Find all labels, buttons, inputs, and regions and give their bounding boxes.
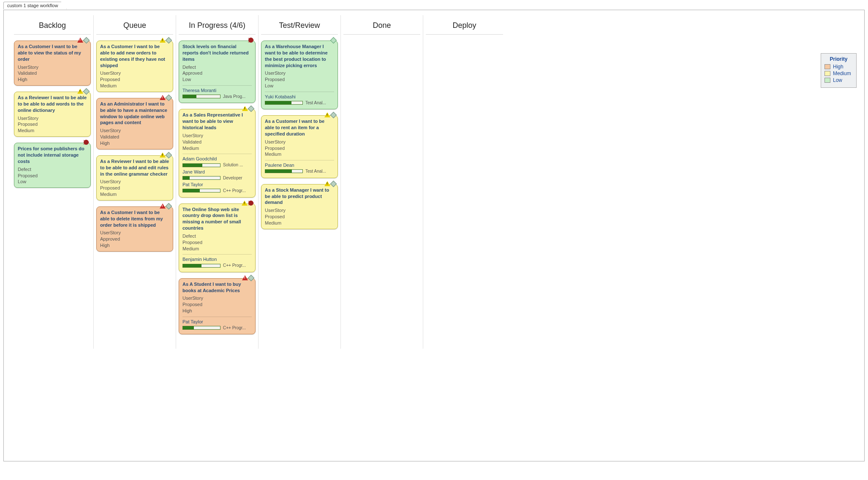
status-diamond-icon	[166, 152, 172, 159]
priority-medium-icon	[324, 112, 330, 117]
assignee-role: Test Anal...	[305, 168, 326, 174]
status-diamond-icon	[83, 37, 90, 44]
card-meta: UserStoryProposedMedium	[265, 139, 334, 158]
card-badges	[160, 203, 171, 209]
kanban-card[interactable]: As a Reviewer I want to be able to be ab…	[96, 155, 173, 201]
assignee-role: Java Prog...	[223, 94, 245, 100]
card-title: As a Reviewer I want to be able to be ab…	[100, 158, 169, 177]
priority-high-icon	[77, 38, 83, 43]
bug-icon	[248, 201, 253, 206]
card-type: Defect	[182, 64, 252, 71]
card-status: Proposed	[265, 145, 334, 152]
card-priority-label: High	[100, 140, 169, 146]
assignee-row: Adam GoodchildSolution ...	[182, 156, 252, 168]
assignee-row: Theresa MorantiJava Prog...	[182, 87, 252, 99]
card-type: Defect	[182, 233, 252, 239]
card-meta: UserStoryValidatedMedium	[182, 133, 252, 152]
assignee-role: C++ Progr...	[223, 325, 246, 331]
assignee-name: Benjamin Hutton	[182, 256, 252, 263]
priority-high-icon	[160, 203, 166, 209]
kanban-column: Done	[341, 15, 423, 349]
card-title: As a Customer I want to be able to rent …	[265, 118, 334, 137]
kanban-card[interactable]: As A Student I want to buy books at Acad…	[179, 278, 256, 335]
kanban-card[interactable]: As a Reviewer I want to be able to be ab…	[14, 92, 91, 137]
workflow-tab-label: custom 1 stage workflow	[7, 3, 61, 8]
card-type: UserStory	[265, 70, 334, 76]
legend-row: High	[824, 64, 853, 70]
priority-medium-icon	[160, 38, 166, 43]
card-priority-label: Medium	[265, 220, 334, 226]
card-badges	[242, 275, 253, 280]
kanban-card[interactable]: As a Sales Representative I want to be a…	[179, 109, 256, 197]
card-meta: UserStoryProposedMedium	[100, 179, 169, 198]
assignee-role: C++ Progr...	[223, 263, 246, 268]
card-status: Approved	[182, 70, 252, 76]
priority-medium-icon	[242, 106, 248, 111]
assignee-name: Pat Taylor	[182, 319, 252, 325]
card-meta: UserStoryProposedMedium	[100, 70, 169, 89]
card-priority-label: Medium	[265, 151, 334, 157]
status-diamond-icon	[248, 106, 255, 112]
card-priority-label: Medium	[18, 127, 87, 134]
priority-medium-icon	[160, 152, 166, 157]
card-meta: DefectProposedLow	[18, 166, 87, 185]
card-badges	[331, 38, 336, 43]
assignee-name: Yuki Kotabashi	[265, 94, 334, 100]
column-header: Test/Review	[261, 15, 338, 35]
card-assignees: Pat TaylorC++ Progr...	[182, 317, 252, 331]
kanban-card[interactable]: As a Stock Manager I want to be able to …	[261, 184, 338, 229]
card-status: Proposed	[18, 121, 87, 127]
card-priority-label: High	[182, 308, 252, 314]
card-title: As a Stock Manager I want to be able to …	[265, 187, 334, 206]
assignee-name: Pat Taylor	[182, 182, 252, 188]
card-assignees: Adam GoodchildSolution ...Jane WardDevel…	[182, 154, 252, 193]
card-priority-label: Medium	[182, 246, 252, 252]
card-priority-label: High	[18, 76, 87, 83]
progress-bar	[182, 264, 220, 268]
kanban-column: Test/ReviewAs a Warehouse Manager I want…	[258, 15, 341, 349]
assignee-role: Developer	[223, 175, 242, 181]
kanban-card[interactable]: As a Customer I want to be able to view …	[14, 41, 91, 86]
card-priority-label: Low	[182, 76, 252, 83]
card-meta: UserStoryProposedMedium	[18, 115, 87, 134]
assignee-row: Jane WardDeveloper	[182, 169, 252, 181]
progress-bar	[265, 169, 303, 173]
assignee-row: Benjamin HuttonC++ Progr...	[182, 256, 252, 268]
priority-medium-icon	[242, 201, 248, 206]
status-diamond-icon	[248, 274, 255, 281]
assignee-row: Pat TaylorC++ Progr...	[182, 319, 252, 331]
kanban-card[interactable]: Stock levels on financial reports don't …	[179, 41, 256, 103]
kanban-card[interactable]: As a Warehouse Manager I want to be able…	[261, 41, 338, 109]
card-type: UserStory	[265, 139, 334, 145]
progress-bar	[182, 95, 220, 98]
card-title: The Online Shop web site country drop do…	[182, 206, 252, 231]
kanban-card[interactable]: As a Customer I want to be able to delet…	[96, 206, 173, 252]
legend-label: High	[833, 64, 844, 70]
card-badges	[324, 112, 336, 117]
legend-label: Low	[833, 77, 842, 83]
status-diamond-icon	[83, 88, 90, 95]
kanban-card[interactable]: As a Customer I want to be able to add n…	[96, 41, 173, 92]
card-type: UserStory	[100, 127, 169, 134]
kanban-card[interactable]: The Online Shop web site country drop do…	[179, 203, 256, 272]
kanban-card[interactable]: As a Customer I want to be able to rent …	[261, 115, 338, 178]
card-status: Proposed	[182, 239, 252, 246]
card-title: As a Customer I want to be able to delet…	[100, 209, 169, 228]
legend-swatch	[824, 64, 830, 69]
kanban-card[interactable]: As an Administrator I want to be able to…	[96, 98, 173, 149]
card-priority-label: Medium	[100, 83, 169, 89]
kanban-card[interactable]: Prices for some publishers do not includ…	[14, 143, 91, 188]
status-diamond-icon	[330, 180, 337, 187]
priority-medium-icon	[77, 89, 83, 94]
kanban-board: BacklogAs a Customer I want to be able t…	[11, 15, 506, 349]
card-badges	[77, 89, 89, 94]
assignee-row: Paulene DeanTest Anal...	[265, 162, 334, 174]
card-type: UserStory	[100, 70, 169, 76]
card-assignees: Theresa MorantiJava Prog...	[182, 85, 252, 99]
assignee-role: Solution ...	[223, 162, 243, 168]
workflow-tab[interactable]: custom 1 stage workflow	[3, 2, 67, 9]
progress-bar	[182, 189, 220, 193]
legend-swatch	[824, 71, 830, 76]
assignee-row: Yuki KotabashiTest Anal...	[265, 94, 334, 106]
card-priority-label: High	[100, 242, 169, 249]
